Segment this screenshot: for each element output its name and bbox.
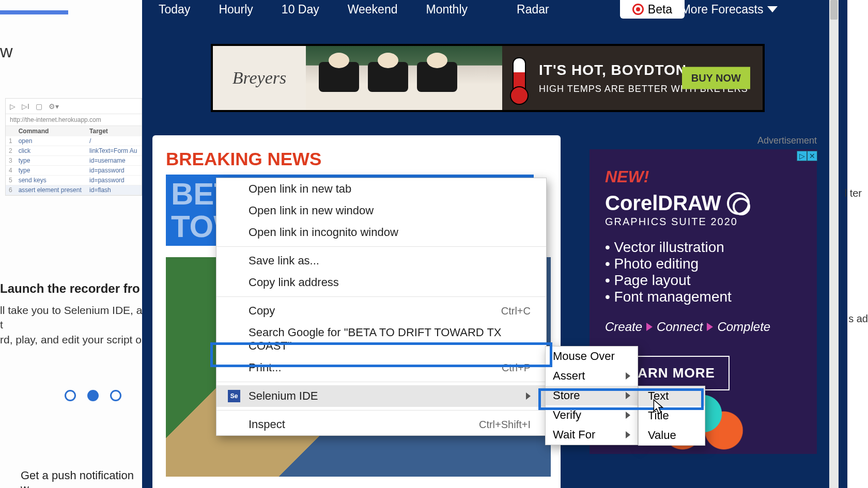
chevron-right-icon <box>646 323 653 331</box>
pager-dots <box>65 390 121 401</box>
recorder-help-text: Launch the recorder fro ll take you to S… <box>0 281 145 347</box>
buy-now-button[interactable]: BUY NOW <box>682 67 750 89</box>
table-row[interactable]: 2clicklinkText=Form Au <box>6 146 142 156</box>
ad-feature: Vector illustration <box>605 239 801 256</box>
ctx-separator <box>216 296 546 297</box>
shortcut-label: Ctrl+Shift+I <box>479 419 531 431</box>
shortcut-label: Ctrl+P <box>502 362 531 374</box>
nav-beta-label: Beta <box>648 3 672 17</box>
partial-title-text: w <box>0 41 13 61</box>
ice-cream-tub-icon <box>368 62 408 92</box>
help-line: ll take you to Selenium IDE, a t <box>0 303 145 333</box>
nav-hourly[interactable]: Hourly <box>219 3 253 17</box>
sub-verify[interactable]: Verify <box>546 405 638 425</box>
sub-mouse-over[interactable]: Mouse Over <box>546 347 638 366</box>
push-notification-text: Get a push notification w <box>21 469 142 488</box>
ctx-open-new-tab[interactable]: Open link in new tab <box>216 178 546 200</box>
ide-steps-table: CommandTarget 1open/ 2clicklinkText=Form… <box>6 126 142 195</box>
ctx-selenium-ide[interactable]: Se Selenium IDE <box>216 385 546 407</box>
banner-ad[interactable]: Breyers IT'S HOT, BOYDTON HIGH TEMPS ARE… <box>211 44 765 112</box>
ad-brand: Breyers <box>213 46 306 110</box>
ide-url-field: http://the-internet.herokuapp.com <box>6 114 142 126</box>
left-tab-indicator <box>0 10 68 14</box>
ice-cream-tub-icon <box>319 62 359 92</box>
sub-wait-for[interactable]: Wait For <box>546 425 638 445</box>
partial-text: l ter <box>845 187 862 199</box>
sub-assert[interactable]: Assert <box>546 366 638 386</box>
nav-radar[interactable]: Radar <box>517 3 549 17</box>
page-scrollbar[interactable] <box>829 0 839 488</box>
stop-icon[interactable]: ▢ <box>36 102 42 111</box>
help-heading: Launch the recorder fro <box>0 281 145 296</box>
ide-toolbar: ▷ ▷I ▢ ⚙▾ <box>6 99 142 114</box>
ad-feature-list: Vector illustration Photo editing Page l… <box>605 239 801 305</box>
chevron-right-icon <box>707 323 713 331</box>
scrollbar-thumb[interactable] <box>830 0 838 20</box>
ad-new-badge: NEW! <box>605 167 801 186</box>
shortcut-label: Ctrl+C <box>501 305 531 317</box>
ad-feature: Photo editing <box>605 256 801 272</box>
dot-active[interactable] <box>87 390 99 401</box>
sub2-text[interactable]: Text <box>639 386 705 406</box>
submenu-arrow-icon <box>626 412 630 419</box>
play-icon[interactable]: ▷ <box>10 102 16 111</box>
table-row[interactable]: 1open/ <box>6 136 142 146</box>
nav-weekend[interactable]: Weekend <box>348 3 398 17</box>
ad-brand-name: CorelDRAW <box>605 192 721 215</box>
nav-more-forecasts[interactable]: More Forecasts <box>681 3 778 17</box>
table-row[interactable]: 4typeid=password <box>6 166 142 176</box>
nav-monthly[interactable]: Monthly <box>426 3 468 17</box>
article-title[interactable]: Beta May Bring Life-Threatening Storm <box>166 486 547 488</box>
selenium-submenu: Mouse Over Assert Store Verify Wait For <box>545 346 638 445</box>
sub2-title[interactable]: Title <box>639 406 705 426</box>
ctx-search-google[interactable]: Search Google for "BETA TO DRIFT TOWARD … <box>216 322 546 357</box>
table-row[interactable]: 6assert element presentid=flash <box>6 185 142 195</box>
ad-choices[interactable]: ▷✕ <box>797 151 817 161</box>
record-icon <box>632 4 644 15</box>
ctx-inspect[interactable]: InspectCtrl+Shift+I <box>216 414 546 435</box>
context-menu: Open link in new tab Open link in new wi… <box>216 178 547 436</box>
ctx-copy-link-address[interactable]: Copy link address <box>216 272 546 293</box>
ctx-copy[interactable]: CopyCtrl+C <box>216 300 546 322</box>
col-target: Target <box>86 126 142 136</box>
ctx-save-link-as[interactable]: Save link as... <box>216 250 546 272</box>
table-row[interactable]: 5send keysid=password <box>6 176 142 185</box>
nav-today[interactable]: Today <box>159 3 190 17</box>
ad-product-image <box>306 46 502 110</box>
gear-icon[interactable]: ⚙▾ <box>49 102 59 111</box>
ctx-print[interactable]: Print...Ctrl+P <box>216 357 546 379</box>
submenu-arrow-icon <box>626 372 630 380</box>
background-window-left: w ▷ ▷I ▢ ⚙▾ http://the-internet.herokuap… <box>0 0 142 488</box>
thermometer-icon <box>513 57 526 99</box>
nav-10day[interactable]: 10 Day <box>282 3 319 17</box>
ad-text-panel: IT'S HOT, BOYDTON HIGH TEMPS ARE BETTER … <box>502 46 763 110</box>
ad-feature: Page layout <box>605 272 801 289</box>
table-row[interactable]: 3typeid=username <box>6 156 142 166</box>
submenu-arrow-icon <box>626 431 630 438</box>
dot[interactable] <box>110 390 121 401</box>
ad-brand-line: CorelDRAW <box>605 192 801 215</box>
step-icon[interactable]: ▷I <box>22 102 29 111</box>
ctx-open-incognito[interactable]: Open link in incognito window <box>216 222 546 243</box>
ad-tagline: Create Connect Complete <box>605 320 801 334</box>
advertisement-label: Advertisement <box>569 135 817 146</box>
ice-cream-tub-icon <box>417 62 457 92</box>
sub2-value[interactable]: Value <box>639 426 705 445</box>
store-submenu: Text Title Value <box>638 386 705 446</box>
dot[interactable] <box>65 390 76 401</box>
ctx-separator <box>216 410 546 411</box>
submenu-arrow-icon <box>626 392 630 399</box>
selenium-icon: Se <box>228 390 240 402</box>
col-command: Command <box>16 126 86 136</box>
breaking-news-label: BREAKING NEWS <box>166 149 547 169</box>
ctx-open-new-window[interactable]: Open link in new window <box>216 200 546 222</box>
sub-store[interactable]: Store <box>546 386 638 405</box>
ad-feature: Font management <box>605 289 801 305</box>
ad-suite: GRAPHICS SUITE 2020 <box>605 216 801 228</box>
coreldraw-balloon-icon <box>727 192 750 215</box>
chevron-down-icon <box>767 6 778 12</box>
nav-beta-tab[interactable]: Beta <box>620 0 685 19</box>
outer-frame-right: l ter s ad <box>848 0 868 488</box>
ctx-separator <box>216 246 546 247</box>
mouse-cursor-icon <box>653 399 664 415</box>
